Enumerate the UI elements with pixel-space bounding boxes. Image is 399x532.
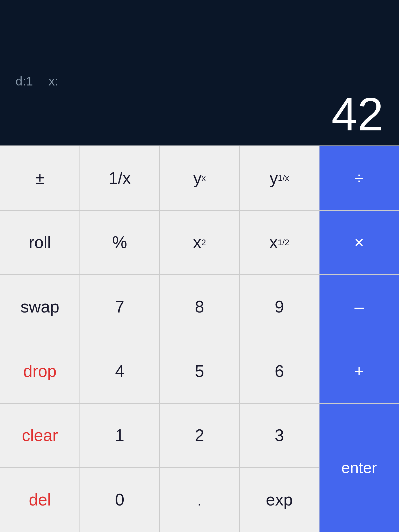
plus-minus-button[interactable]: ± <box>0 146 80 210</box>
divide-button[interactable]: ÷ <box>319 146 399 210</box>
percent-button[interactable]: % <box>80 210 159 275</box>
x-sqrt-button[interactable]: x1/2 <box>240 210 319 275</box>
four-button[interactable]: 4 <box>80 339 159 403</box>
subtract-button[interactable]: – <box>319 275 399 339</box>
clear-button[interactable]: clear <box>0 403 80 468</box>
five-button[interactable]: 5 <box>159 339 239 403</box>
x-label: x: <box>49 74 58 88</box>
d-label: d:1 <box>16 74 33 88</box>
y-pow-1x-button[interactable]: y1/x <box>240 146 319 210</box>
one-button[interactable]: 1 <box>80 403 159 468</box>
dot-button[interactable]: . <box>159 468 239 532</box>
six-button[interactable]: 6 <box>240 339 319 403</box>
reciprocal-button[interactable]: 1/x <box>80 146 159 210</box>
two-button[interactable]: 2 <box>159 403 239 468</box>
enter-button[interactable]: enter <box>319 403 399 532</box>
x-squared-button[interactable]: x2 <box>159 210 239 275</box>
zero-button[interactable]: 0 <box>80 468 159 532</box>
three-button[interactable]: 3 <box>240 403 319 468</box>
multiply-button[interactable]: × <box>319 210 399 275</box>
calculator: d:1 x: 42 ± 1/x yx y1/x ÷ roll % x2 x1/2… <box>0 0 399 532</box>
del-button[interactable]: del <box>0 468 80 532</box>
display-value: 42 <box>16 91 383 138</box>
display-meta: d:1 x: <box>16 74 383 88</box>
swap-button[interactable]: swap <box>0 275 80 339</box>
roll-button[interactable]: roll <box>0 210 80 275</box>
seven-button[interactable]: 7 <box>80 275 159 339</box>
keypad: ± 1/x yx y1/x ÷ roll % x2 x1/2 × swap 7 … <box>0 145 399 532</box>
exp-button[interactable]: exp <box>240 468 319 532</box>
drop-button[interactable]: drop <box>0 339 80 403</box>
display-area: d:1 x: 42 <box>0 0 399 145</box>
eight-button[interactable]: 8 <box>159 275 239 339</box>
add-button[interactable]: + <box>319 339 399 403</box>
y-pow-x-button[interactable]: yx <box>159 146 239 210</box>
nine-button[interactable]: 9 <box>240 275 319 339</box>
